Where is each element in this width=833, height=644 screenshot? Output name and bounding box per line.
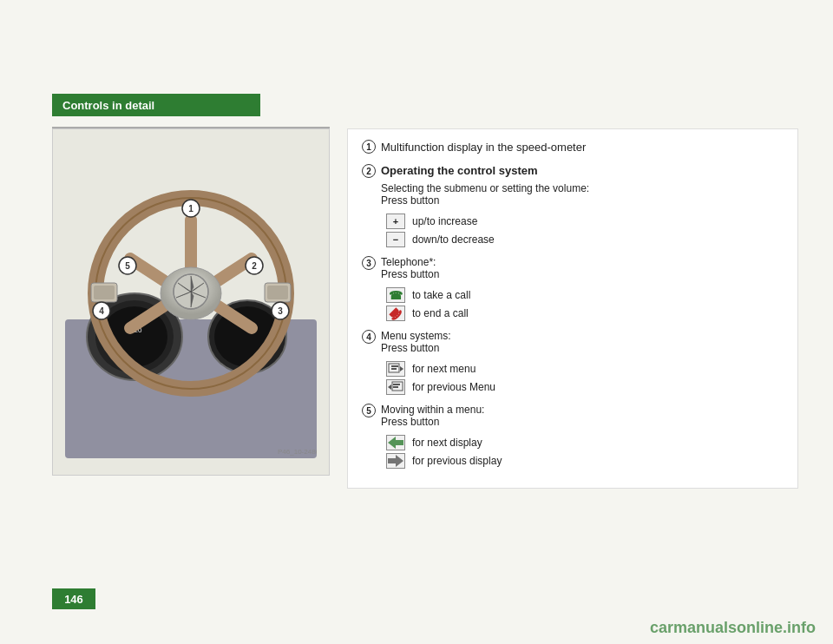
circle-3: 3 — [362, 256, 376, 270]
steering-wheel-svg: 220 — [65, 146, 317, 458]
section-4: 4 Menu systems: Press button for next me… — [362, 330, 784, 395]
watermark: carmanualsonline.info — [650, 619, 816, 637]
svg-text:5: 5 — [125, 261, 130, 271]
svg-text:2: 2 — [252, 261, 257, 271]
svg-text:4: 4 — [99, 306, 104, 316]
sub-item-plus-text: up/to increase — [412, 215, 477, 227]
prev-display-icon — [386, 453, 405, 469]
svg-rect-9 — [185, 215, 197, 272]
page-number: 146 — [52, 588, 95, 609]
sub-item-take-call: ☎ to take a call — [386, 287, 784, 303]
section-2: 2 Operating the control system Selecting… — [362, 164, 784, 247]
sub-item-minus-text: down/to decrease — [412, 233, 495, 246]
sub-item-prev-display: for previous display — [386, 453, 784, 469]
svg-marker-47 — [388, 455, 403, 467]
svg-text:1: 1 — [188, 204, 193, 214]
sub-item-prev-menu: for previous Menu — [386, 379, 784, 395]
circle-5: 5 — [362, 404, 376, 417]
svg-rect-24 — [94, 286, 115, 299]
plus-icon: + — [386, 214, 405, 229]
section-5-title: Moving within a menu: Press button — [381, 404, 484, 428]
prev-menu-icon — [386, 379, 405, 395]
circle-2: 2 — [362, 164, 376, 178]
section-3: 3 Telephone*: Press button ☎ to take a c… — [362, 256, 784, 321]
svg-marker-45 — [388, 384, 391, 390]
sub-item-next-menu: for next menu — [386, 361, 784, 377]
svg-rect-43 — [393, 384, 400, 385]
sub-item-end-call-text: to end a call — [412, 307, 469, 319]
sub-item-next-display-text: for next display — [412, 437, 482, 449]
steering-wheel-image: 220 — [52, 128, 330, 476]
svg-marker-46 — [388, 437, 403, 449]
section-2-subtitle: Operating the control system — [381, 164, 589, 177]
section-title: Controls in detail — [62, 99, 154, 112]
section-5: 5 Moving within a menu: Press button for… — [362, 404, 784, 469]
sub-item-end-call: ☎ to end a call — [386, 306, 784, 321]
circle-1: 1 — [362, 140, 376, 154]
svg-rect-40 — [391, 368, 397, 370]
section-3-title: Telephone*: Press button — [381, 256, 439, 280]
section-header: Controls in detail — [52, 94, 260, 116]
svg-rect-26 — [267, 286, 288, 299]
svg-rect-39 — [391, 365, 398, 367]
sub-item-next-menu-text: for next menu — [412, 363, 476, 375]
phone-red-icon: ☎ — [386, 306, 405, 321]
content-panel: 1 Multifunction display in the speed-ome… — [347, 128, 798, 489]
svg-marker-41 — [400, 366, 403, 371]
sub-item-prev-menu-text: for previous Menu — [412, 381, 495, 393]
sub-item-prev-display-text: for previous display — [412, 455, 502, 467]
section-2-description: Selecting the submenu or setting the vol… — [381, 182, 589, 207]
section-4-title: Menu systems: Press button — [381, 330, 451, 354]
section-1: 1 Multifunction display in the speed-ome… — [362, 140, 784, 155]
sub-item-minus: − down/to decrease — [386, 232, 784, 247]
svg-text:P46_10-2486-31: P46_10-2486-31 — [278, 448, 317, 456]
sub-item-take-call-text: to take a call — [412, 289, 470, 301]
circle-4: 4 — [362, 330, 376, 344]
svg-text:3: 3 — [278, 306, 283, 316]
sub-item-next-display: for next display — [386, 435, 784, 450]
minus-icon: − — [386, 232, 405, 247]
next-display-icon — [386, 435, 405, 450]
sub-item-plus: + up/to increase — [386, 214, 784, 229]
next-menu-icon — [386, 361, 405, 377]
section-1-title: Multifunction display in the speed-omete… — [381, 140, 586, 155]
phone-green-icon: ☎ — [386, 287, 405, 303]
svg-rect-44 — [393, 386, 398, 388]
